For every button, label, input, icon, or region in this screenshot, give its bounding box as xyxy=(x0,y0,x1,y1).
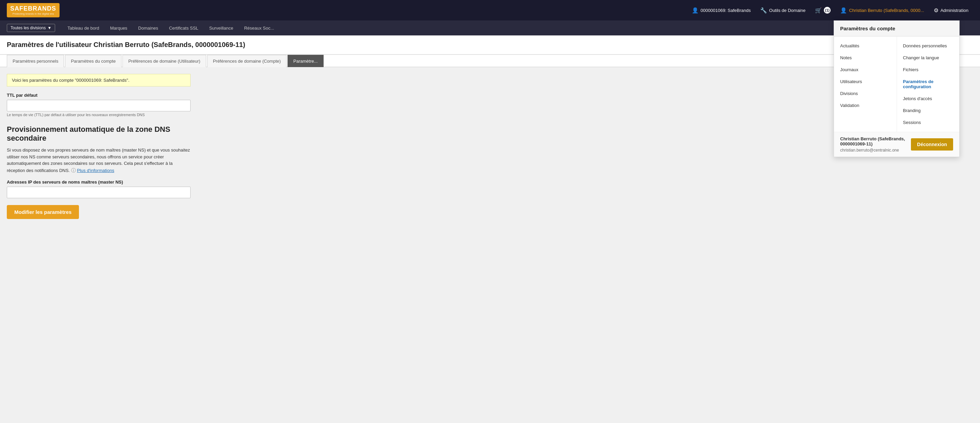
ttl-input[interactable] xyxy=(7,100,191,112)
dropdown-header: Paramètres du compte xyxy=(834,21,959,37)
ip-label: Adresses IP des serveurs de noms maîtres… xyxy=(7,179,973,185)
page-title: Paramètres de l'utilisateur Christian Be… xyxy=(7,41,973,49)
footer-username: Christian Berruto (SafeBrands, 000000106… xyxy=(840,136,911,147)
dropdown-col-2: Données personnelles Changer la langue F… xyxy=(897,37,959,132)
gear-icon: ⚙ xyxy=(934,7,939,14)
cart-nav-item[interactable]: 🛒 (1) xyxy=(810,7,835,14)
account-dropdown-panel: Paramètres du compte Actualités Notes Jo… xyxy=(834,21,959,157)
menu-actualites[interactable]: Actualités xyxy=(834,40,897,52)
menu-utilisateurs[interactable]: Utilisateurs xyxy=(834,76,897,88)
user-icon: 👤 xyxy=(840,7,847,14)
save-button[interactable]: Modifier les paramètres xyxy=(7,205,79,219)
account-nav-item[interactable]: 👤 0000001069: SafeBrands xyxy=(687,7,756,14)
tab-preferences-utilisateur[interactable]: Préférences de domaine (Utilisateur) xyxy=(123,55,206,67)
secondary-nav: Toutes les divisions ▼ Tableau de bord M… xyxy=(0,21,980,35)
admin-label: Administration xyxy=(940,8,969,13)
account-label: 0000001069: SafeBrands xyxy=(701,8,751,13)
menu-sessions[interactable]: Sessions xyxy=(897,117,959,128)
account-icon: 👤 xyxy=(692,7,698,14)
info-icon: ⓘ xyxy=(71,168,76,173)
divisions-button[interactable]: Toutes les divisions ▼ xyxy=(7,24,55,32)
top-nav: SAFEBRANDS Protecting brands in the digi… xyxy=(0,0,980,21)
tab-preferences-compte[interactable]: Préférences de domaine (Compte) xyxy=(207,55,286,67)
nav-domaines[interactable]: Domaines xyxy=(133,21,164,35)
logo[interactable]: SAFEBRANDS Protecting brands in the digi… xyxy=(7,3,60,18)
menu-notes[interactable]: Notes xyxy=(834,52,897,64)
nav-ssl[interactable]: Certificats SSL xyxy=(164,21,204,35)
ip-input[interactable] xyxy=(7,187,191,198)
cart-icon: 🛒 xyxy=(815,7,822,14)
dropdown-col-1: Actualités Notes Journaux Utilisateurs D… xyxy=(834,37,897,132)
user-label: Christian Berruto (SafeBrands, 0000... xyxy=(849,8,924,13)
menu-branding[interactable]: Branding xyxy=(897,105,959,117)
page-title-bar: Paramètres de l'utilisateur Christian Be… xyxy=(0,35,980,55)
divisions-label: Toutes les divisions xyxy=(11,26,46,30)
tabs-bar: Paramètres personnels Paramètres du comp… xyxy=(0,55,980,67)
dns-section-title: Provisionnement automatique de la zone D… xyxy=(7,125,191,143)
menu-journaux[interactable]: Journaux xyxy=(834,64,897,76)
info-box: Voici les paramètres du compte "00000010… xyxy=(7,74,191,86)
info-text: Voici les paramètres du compte "00000010… xyxy=(12,78,129,83)
footer-row: Christian Berruto (SafeBrands, 000000106… xyxy=(840,136,953,153)
footer-user-info: Christian Berruto (SafeBrands, 000000106… xyxy=(840,136,911,153)
footer-email: christian.berruto@centralnic.one xyxy=(840,148,911,153)
nav-surveillance[interactable]: Surveillance xyxy=(204,21,239,35)
ttl-hint: Le temps de vie (TTL) par défaut à utili… xyxy=(7,113,191,117)
nav-tableau[interactable]: Tableau de bord xyxy=(62,21,105,35)
nav-marques[interactable]: Marques xyxy=(105,21,133,35)
tools-label: Outils de Domaine xyxy=(769,8,805,13)
logout-button[interactable]: Déconnexion xyxy=(911,138,953,150)
nav-reseaux[interactable]: Réseaux Soc... xyxy=(239,21,279,35)
ttl-label: TTL par défaut xyxy=(7,93,973,98)
dropdown-columns: Actualités Notes Journaux Utilisateurs D… xyxy=(834,37,959,132)
dns-section-desc: Si vous disposez de vos propres serveurs… xyxy=(7,147,191,174)
menu-donnees-personnelles[interactable]: Données personnelles xyxy=(897,40,959,52)
logo-title: SAFEBRANDS xyxy=(10,5,56,12)
menu-jetons-acces[interactable]: Jetons d'accès xyxy=(897,93,959,105)
dropdown-footer: Christian Berruto (SafeBrands, 000000106… xyxy=(834,132,959,156)
chevron-down-icon: ▼ xyxy=(47,26,51,30)
tab-parametres-active[interactable]: Paramètre... xyxy=(288,55,324,67)
tab-parametres-compte[interactable]: Paramètres du compte xyxy=(65,55,121,67)
tools-nav-item[interactable]: 🔧 Outils de Domaine xyxy=(756,7,810,14)
menu-parametres-configuration[interactable]: Paramètres de configuration xyxy=(897,76,959,93)
user-nav-item[interactable]: 👤 Christian Berruto (SafeBrands, 0000... xyxy=(835,7,929,14)
menu-divisions[interactable]: Divisions xyxy=(834,88,897,99)
admin-nav-item[interactable]: ⚙ Administration xyxy=(929,7,973,14)
main-content: Voici les paramètres du compte "00000010… xyxy=(0,67,980,226)
menu-fichiers[interactable]: Fichiers xyxy=(897,64,959,76)
menu-changer-langue[interactable]: Changer la langue xyxy=(897,52,959,64)
cart-badge: (1) xyxy=(824,7,830,14)
menu-validation[interactable]: Validation xyxy=(834,99,897,112)
logo-subtitle: Protecting brands in the digital era xyxy=(13,12,54,15)
more-info-link[interactable]: Plus d'informations xyxy=(77,168,114,173)
tools-icon: 🔧 xyxy=(760,7,767,14)
tab-parametres-personnels[interactable]: Paramètres personnels xyxy=(7,55,64,67)
